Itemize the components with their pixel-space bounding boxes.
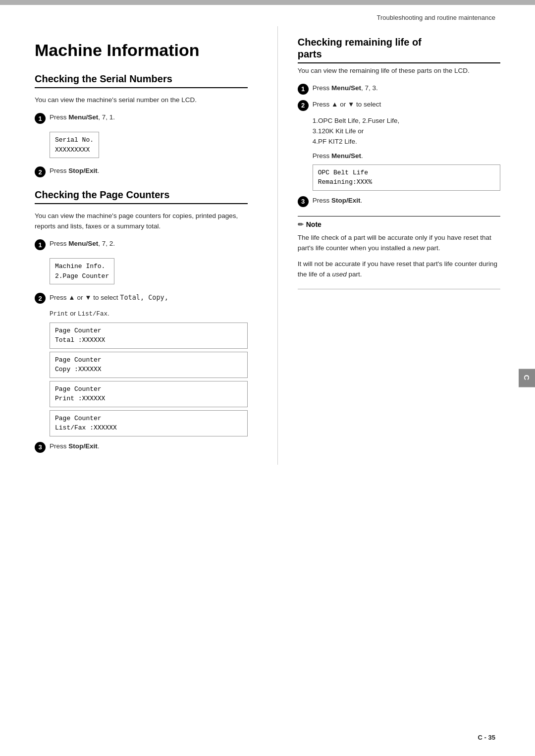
note-para1: The life check of a part will be accurat… <box>298 232 500 254</box>
pagecounter-step3-text: Press Stop/Exit. <box>50 441 248 452</box>
parts-step2-text: Press ▲ or ▼ to select <box>313 100 500 110</box>
step-number-1: 1 <box>35 113 46 124</box>
section-page-counters: Checking the Page Counters You can view … <box>35 189 248 452</box>
parts-step2: 2 Press ▲ or ▼ to select <box>298 100 500 111</box>
pagecounter-step3: 3 Press Stop/Exit. <box>35 441 248 453</box>
lcd-counter-total: Page Counter Total :XXXXXX <box>50 323 248 349</box>
pagecounter-step2-sub: Print or List/Fax. <box>50 309 248 319</box>
left-column: Machine Information Checking the Serial … <box>35 26 258 465</box>
parts-step-number-3: 3 <box>298 196 309 207</box>
right-section-title: Checking remaining life of parts <box>298 36 500 63</box>
page: Troubleshooting and routine maintenance … <box>0 0 535 756</box>
right-column: Checking remaining life of parts You can… <box>277 26 500 465</box>
parts-step2-options: 1.OPC Belt Life, 2.Fuser Life, 3.120K Ki… <box>313 116 500 147</box>
step-number-2: 2 <box>35 166 46 177</box>
right-tab: C <box>519 369 535 387</box>
pagecounter-step1: 1 Press Menu/Set, 7, 2. <box>35 239 248 250</box>
serial-step1: 1 Press Menu/Set, 7, 1. <box>35 112 248 124</box>
section-serial-title: Checking the Serial Numbers <box>35 73 248 88</box>
parts-step1-text: Press Menu/Set, 7, 3. <box>313 83 500 94</box>
note-icon: ✏ <box>298 220 304 228</box>
note-block: ✏ Note The life check of a part will be … <box>298 216 500 280</box>
pagecounter-step2: 2 Press ▲ or ▼ to select Total, Copy, <box>35 292 248 304</box>
section-pagecounter-title: Checking the Page Counters <box>35 189 248 204</box>
lcd-counter-copy: Page Counter Copy :XXXXXX <box>50 352 248 378</box>
parts-step1: 1 Press Menu/Set, 7, 3. <box>298 83 500 95</box>
step-number-3: 3 <box>35 442 46 453</box>
note-divider <box>298 289 500 289</box>
lcd-opc-belt: OPC Belt Life Remaining:XXX% <box>313 164 500 191</box>
serial-step2: 2 Press Stop/Exit. <box>35 166 248 177</box>
parts-step-number-2: 2 <box>298 100 309 111</box>
lcd-machine-info: Machine Info. 2.Page Counter <box>50 258 114 284</box>
parts-step3: 3 Press Stop/Exit. <box>298 196 500 207</box>
lcd-counter-listfax: Page Counter List/Fax :XXXXXX <box>50 410 248 436</box>
lcd-serial: Serial No. XXXXXXXXX <box>50 132 99 158</box>
lcd-counter-print: Page Counter Print :XXXXXX <box>50 381 248 407</box>
page-footer: C - 35 <box>478 734 495 741</box>
note-para2: It will not be accurate if you have rese… <box>298 259 500 280</box>
parts-step2-menuset: Press Menu/Set. <box>313 151 500 162</box>
section-serial-body: You can view the machine's serial number… <box>35 95 248 106</box>
pagecounter-step2-text: Press ▲ or ▼ to select Total, Copy, <box>50 292 248 303</box>
right-section-body: You can view the remaining life of these… <box>298 66 500 76</box>
parts-step3-text: Press Stop/Exit. <box>313 196 500 206</box>
step-number-1b: 1 <box>35 239 46 250</box>
step-number-2b: 2 <box>35 293 46 304</box>
content-area: Machine Information Checking the Serial … <box>0 26 535 494</box>
top-bar <box>0 0 535 5</box>
section-pagecounter-body: You can view the machine's page counters… <box>35 211 248 232</box>
parts-step-number-1: 1 <box>298 84 309 95</box>
section-serial-numbers: Checking the Serial Numbers You can view… <box>35 73 248 177</box>
serial-step2-text: Press Stop/Exit. <box>50 166 248 176</box>
pagecounter-step1-text: Press Menu/Set, 7, 2. <box>50 239 248 249</box>
serial-step1-text: Press Menu/Set, 7, 1. <box>50 112 248 123</box>
page-title: Machine Information <box>35 41 248 59</box>
note-title: ✏ Note <box>298 220 500 228</box>
breadcrumb: Troubleshooting and routine maintenance <box>0 5 535 26</box>
footer-label: C - 35 <box>478 734 495 741</box>
